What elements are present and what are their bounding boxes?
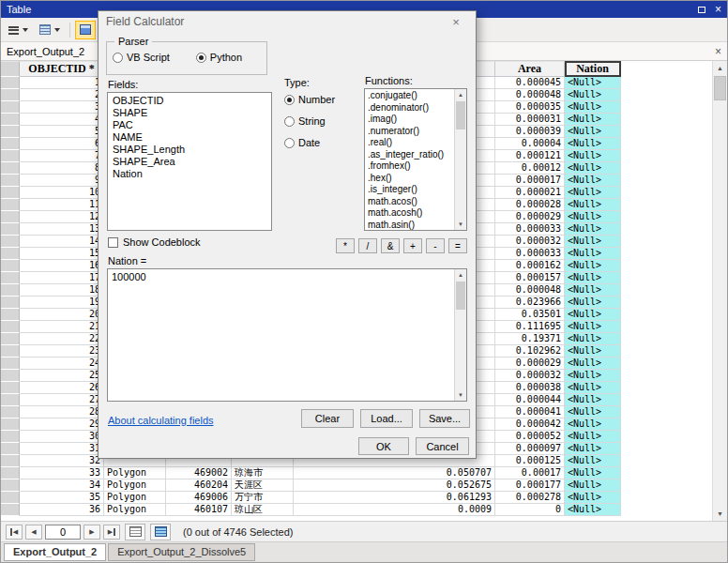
- row-selector[interactable]: [1, 211, 20, 223]
- cancel-button[interactable]: Cancel: [416, 437, 469, 455]
- dialog-titlebar[interactable]: Field Calculator ×: [99, 11, 476, 32]
- scroll-up-icon[interactable]: ▲: [713, 61, 727, 75]
- row-selector[interactable]: [1, 162, 20, 175]
- function-item[interactable]: .imag(): [365, 114, 454, 126]
- row-selector[interactable]: [1, 406, 20, 418]
- record-number-input[interactable]: [45, 525, 81, 540]
- show-codeblock-checkbox[interactable]: Show Codeblock: [108, 236, 201, 248]
- row-selector[interactable]: [1, 187, 20, 199]
- field-item[interactable]: PAC: [108, 119, 271, 131]
- field-item[interactable]: SHAPE_Length: [108, 144, 271, 156]
- save-button[interactable]: Save...: [419, 409, 470, 428]
- sheet-tab[interactable]: Export_Output_2: [4, 543, 106, 561]
- previous-record-button[interactable]: ◀: [25, 525, 42, 540]
- first-record-button[interactable]: ◀: [6, 525, 23, 540]
- column-header-objectid[interactable]: OBJECTID *: [20, 61, 104, 77]
- function-item[interactable]: .denominator(): [365, 102, 454, 114]
- operator-button[interactable]: -: [426, 238, 445, 253]
- operator-button[interactable]: *: [336, 238, 355, 253]
- row-selector[interactable]: [1, 89, 20, 101]
- row-selector[interactable]: [1, 418, 20, 431]
- fields-list[interactable]: OBJECTIDSHAPEPACNAMESHAPE_LengthSHAPE_Ar…: [107, 92, 272, 231]
- row-selector[interactable]: [1, 297, 20, 309]
- functions-scrollbar[interactable]: ▲ ▼: [454, 89, 466, 230]
- row-selector[interactable]: [1, 345, 20, 358]
- function-item[interactable]: .is_integer(): [365, 184, 454, 196]
- row-selector[interactable]: [1, 333, 20, 345]
- related-tables-button[interactable]: [35, 21, 65, 39]
- float-window-icon[interactable]: [698, 7, 705, 13]
- field-item[interactable]: SHAPE: [108, 107, 271, 119]
- type-radio-string[interactable]: String: [284, 115, 335, 127]
- row-selector[interactable]: [1, 101, 20, 114]
- sheet-tab[interactable]: Export_Output_2_Dissolve5: [108, 543, 255, 561]
- close-window-icon[interactable]: ×: [715, 4, 721, 15]
- row-selector[interactable]: [1, 126, 20, 138]
- close-table-icon[interactable]: ×: [715, 45, 721, 58]
- row-selector[interactable]: [1, 504, 20, 516]
- operator-button[interactable]: /: [358, 238, 377, 253]
- expression-input[interactable]: 100000 ▲ ▼: [107, 268, 467, 402]
- function-item[interactable]: .as_integer_ratio(): [365, 149, 454, 161]
- row-selector[interactable]: [1, 236, 20, 248]
- load-button[interactable]: Load...: [360, 409, 413, 428]
- function-item[interactable]: .hex(): [365, 173, 454, 185]
- function-item[interactable]: math.asin(): [365, 220, 454, 232]
- select-all-corner[interactable]: [1, 61, 20, 77]
- row-selector[interactable]: [1, 492, 20, 504]
- show-all-records-button[interactable]: [125, 524, 145, 540]
- scroll-down-icon[interactable]: ▼: [713, 507, 727, 521]
- field-item[interactable]: OBJECTID: [108, 95, 271, 107]
- type-radio-number[interactable]: Number: [284, 94, 335, 105]
- row-selector[interactable]: [1, 114, 20, 126]
- row-selector[interactable]: [1, 443, 20, 455]
- row-selector[interactable]: [1, 272, 20, 284]
- row-selector[interactable]: [1, 382, 20, 394]
- row-selector[interactable]: [1, 358, 20, 370]
- field-item[interactable]: SHAPE_Area: [108, 156, 271, 168]
- show-selected-records-button[interactable]: [150, 524, 171, 540]
- function-item[interactable]: .real(): [365, 137, 454, 149]
- row-selector[interactable]: [1, 248, 20, 260]
- vertical-scrollbar[interactable]: ▲ ▼: [712, 61, 727, 521]
- scroll-thumb[interactable]: [456, 101, 465, 129]
- type-radio-date[interactable]: Date: [284, 137, 335, 148]
- scroll-thumb[interactable]: [714, 76, 726, 100]
- function-item[interactable]: .numerator(): [365, 126, 454, 138]
- highlight-selected-button[interactable]: [75, 21, 96, 39]
- row-selector[interactable]: [1, 284, 20, 297]
- row-selector[interactable]: [1, 309, 20, 321]
- row-selector[interactable]: [1, 467, 20, 479]
- row-selector[interactable]: [1, 479, 20, 492]
- last-record-button[interactable]: ▶: [103, 525, 120, 540]
- function-item[interactable]: math.acos(): [365, 196, 454, 208]
- parser-radio-vb-script[interactable]: VB Script: [113, 52, 170, 63]
- row-selector[interactable]: [1, 150, 20, 162]
- scroll-up-icon[interactable]: ▲: [455, 269, 466, 281]
- operator-button[interactable]: +: [403, 238, 422, 253]
- row-selector[interactable]: [1, 175, 20, 187]
- function-item[interactable]: .conjugate(): [365, 90, 454, 102]
- close-dialog-icon[interactable]: ×: [444, 15, 468, 29]
- column-header-area[interactable]: Area: [495, 61, 565, 77]
- field-item[interactable]: Nation: [108, 168, 271, 180]
- operator-button[interactable]: &: [381, 238, 400, 253]
- functions-list[interactable]: .conjugate().denominator().imag().numera…: [364, 88, 467, 231]
- row-selector[interactable]: [1, 199, 20, 211]
- operator-button[interactable]: =: [448, 238, 467, 253]
- row-selector[interactable]: [1, 431, 20, 443]
- row-selector[interactable]: [1, 455, 20, 467]
- row-selector[interactable]: [1, 321, 20, 333]
- scroll-up-icon[interactable]: ▲: [455, 89, 466, 100]
- expression-scrollbar[interactable]: ▲ ▼: [454, 269, 466, 401]
- function-item[interactable]: .fromhex(): [365, 160, 454, 173]
- row-selector[interactable]: [1, 370, 20, 382]
- next-record-button[interactable]: ▶: [83, 525, 100, 540]
- clear-button[interactable]: Clear: [301, 409, 354, 428]
- field-item[interactable]: NAME: [108, 131, 271, 144]
- row-selector[interactable]: [1, 223, 20, 236]
- ok-button[interactable]: OK: [358, 437, 409, 455]
- scroll-down-icon[interactable]: ▼: [455, 389, 466, 401]
- row-selector[interactable]: [1, 77, 20, 89]
- function-item[interactable]: math.acosh(): [365, 207, 454, 220]
